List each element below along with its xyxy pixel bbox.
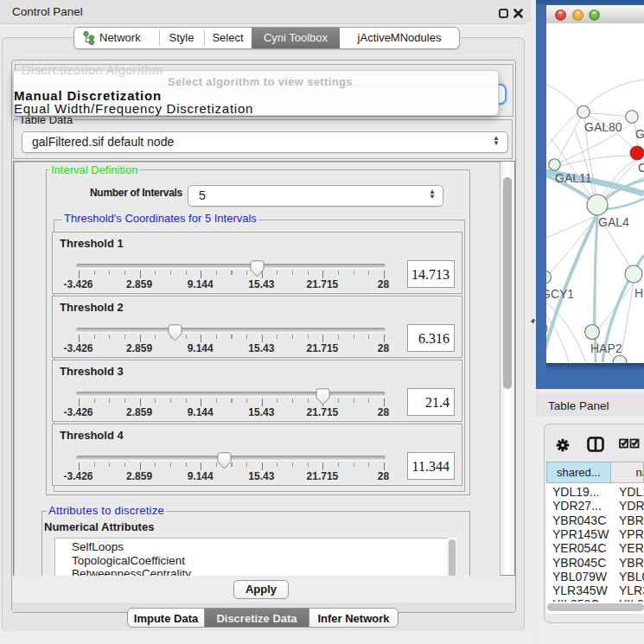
svg-text:GAL7: GAL7 — [635, 127, 644, 141]
svg-text:HAP2: HAP2 — [590, 341, 622, 355]
svg-text:HI: HI — [634, 286, 644, 300]
svg-text:GAL80: GAL80 — [584, 120, 622, 134]
svg-text:GCY1: GCY1 — [546, 287, 574, 301]
svg-text:CY: CY — [638, 161, 644, 175]
svg-text:GAL4: GAL4 — [598, 215, 629, 229]
svg-text:GAL11: GAL11 — [555, 171, 592, 185]
